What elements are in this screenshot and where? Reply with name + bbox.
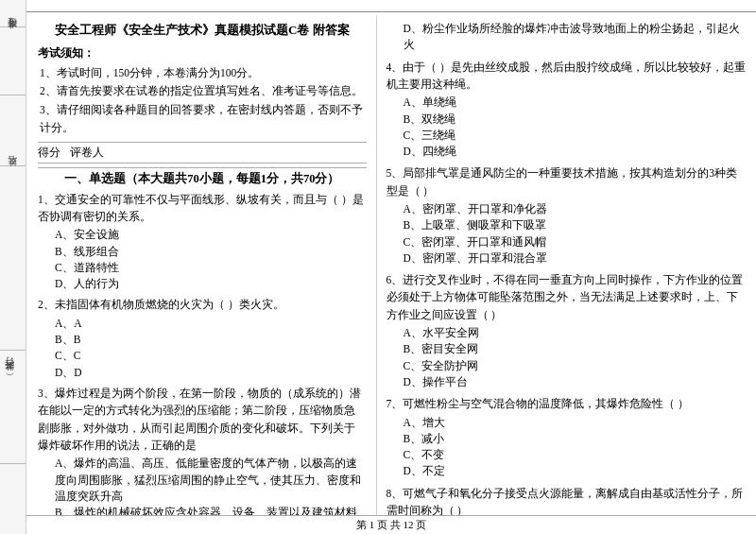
q6-opt-d: D、操作平台 (387, 374, 747, 390)
q2-opt-b: B、B (38, 332, 367, 348)
q4-opt-b: B、双绕绳 (387, 112, 747, 128)
right-column: D、粉尘作业场所经脸的爆炸冲击波导致地面上的粉尘扬起，引起火火 4、由于（ ）是… (377, 16, 756, 515)
margin-line-2 (0, 95, 26, 95)
q3-opt-d: D、粉尘作业场所经脸的爆炸冲击波导致地面上的粉尘扬起，引起火火 (387, 21, 747, 54)
question-4: 4、由于（ ）是先由丝绞成股，然后由股拧绞成绳，所以比较较好，起重机主要用这种绳… (387, 59, 747, 161)
question-2: 2、未指固体有机物质燃烧的火灾为（ ）类火灾。 A、A B、B C、C D、D (38, 296, 367, 380)
q1-opt-d: D、人的行为 (38, 276, 367, 292)
q2-opt-c: C、C (38, 348, 367, 364)
exam-page: 准考证号 姓名 装（考区）订 安全工程师《安全生产技术》真题模拟试题C卷 附答案… (0, 0, 756, 534)
q3-text: 3、爆炸过程是为两个阶段，在第一阶段，物质的（成系统的）潜在能以一定的方式转化为… (38, 385, 367, 455)
q5-opt-c: C、密闭罩、开口罩和通风帽 (387, 234, 747, 250)
question-3: 3、爆炸过程是为两个阶段，在第一阶段，物质的（成系统的）潜在能以一定的方式转化为… (38, 385, 367, 515)
q1-text: 1、交通安全的可靠性不仅与平面线形、纵坡有关，而且与（ ）是否协调有密切的关系。 (38, 191, 367, 226)
q7-opt-b: B、减小 (387, 431, 747, 447)
question-6: 6、进行交叉作业时，不得在同一垂直方向上同时操作，下方作业的位置必须处于上方物体… (387, 271, 747, 390)
q8-text: 8、可燃气子和氧化分子接受点火源能量，离解成自由基或活性分子，所需时间称为（ ） (387, 485, 747, 515)
q5-opt-b: B、上吸罩、侧吸罩和下吸罩 (387, 217, 747, 233)
left-margin-strip: 准考证号 姓名 装（考区）订 (0, 0, 26, 534)
q2-opt-d: D、D (38, 365, 367, 381)
scoring-reviewer: 评卷人 (70, 145, 104, 161)
q1-opt-b: B、线形组合 (38, 244, 367, 260)
q2-opt-a: A、A (38, 316, 367, 332)
q3-opt-a: A、爆炸的高温、高压、低能量密度的气体产物，以极高的速度向周围膨胀，猛烈压缩周围… (38, 456, 367, 505)
q4-opt-c: C、三绕绳 (387, 128, 747, 144)
page-number: 第 1 页 共 12 页 (26, 515, 756, 534)
margin-label-zkzh: 准考证号 (6, 33, 19, 37)
margin-line-1 (0, 26, 26, 27)
q6-opt-a: A、水平安全网 (387, 325, 747, 341)
question-8: 8、可燃气子和氧化分子接受点火源能量，离解成自由基或活性分子，所需时间称为（ ）… (387, 485, 747, 515)
margin-line-3 (0, 165, 26, 166)
q5-text: 5、局部排气罩是通风防尘的一种重要技术措施，按其构造划分的3种类型是（ ） (387, 164, 747, 199)
notice-header: 考试须知： (38, 45, 367, 61)
q3-option-d-continuation: D、粉尘作业场所经脸的爆炸冲击波导致地面上的粉尘扬起，引起火火 (387, 21, 747, 54)
main-content-area: 安全工程师《安全生产技术》真题模拟试题C卷 附答案 考试须知： 1、考试时间，1… (26, 0, 756, 534)
notice-item-1: 1、考试时间，150分钟，本卷满分为100分。 (38, 64, 367, 83)
q2-text: 2、未指固体有机物质燃烧的火灾为（ ）类火灾。 (38, 296, 367, 313)
q7-opt-a: A、增大 (387, 415, 747, 431)
document-title: 安全工程师《安全生产技术》真题模拟试题C卷 附答案 (38, 21, 367, 40)
question-7: 7、可燃性粉尘与空气混合物的温度降低，其爆炸危险性（ ） A、增大 B、减小 C… (387, 395, 747, 479)
margin-label-district: 装（考区）订 (3, 373, 16, 379)
section1-title: 一、单选题（本大题共70小题，每题1分，共70分） (38, 167, 367, 187)
q6-text: 6、进行交叉作业时，不得在同一垂直方向上同时操作，下方作业的位置必须处于上方物体… (387, 271, 747, 323)
scoring-label: 得分 (38, 145, 60, 161)
scoring-row: 得分 评卷人 (38, 142, 367, 164)
question-5: 5、局部排气罩是通风防尘的一种重要技术措施，按其构造划分的3种类型是（ ） A、… (387, 164, 747, 267)
notice-block: 1、考试时间，150分钟，本卷满分为100分。 2、请首先按要求在试卷的指定位置… (38, 64, 367, 138)
q1-opt-a: A、安全设施 (38, 227, 367, 243)
left-column: 安全工程师《安全生产技术》真题模拟试题C卷 附答案 考试须知： 1、考试时间，1… (26, 16, 377, 515)
q7-opt-d: D、不定 (387, 463, 747, 479)
q5-opt-d: D、密闭罩、开口罩和混合罩 (387, 250, 747, 267)
q4-text: 4、由于（ ）是先由丝绞成股，然后由股拧绞成绳，所以比较较好，起重机主要用这种绳… (387, 59, 747, 94)
margin-label-name: 姓名 (6, 172, 19, 174)
q6-opt-b: B、密目安全网 (387, 341, 747, 357)
q7-text: 7、可燃性粉尘与空气混合物的温度降低，其爆炸危险性（ ） (387, 395, 747, 412)
q1-opt-c: C、道路特性 (38, 260, 367, 276)
notice-item-3: 3、请仔细阅读各种题目的回答要求，在密封线内答题，否则不予计分。 (38, 101, 367, 138)
margin-line-5 (0, 463, 26, 464)
question-1: 1、交通安全的可靠性不仅与平面线形、纵坡有关，而且与（ ）是否协调有密切的关系。… (38, 191, 367, 293)
q3-opt-b: B、爆炸的机械破坏效应含处容器、设备、装置以及建筑材料等的碎片，在相当大的范围内… (38, 505, 367, 515)
q6-opt-c: C、安全防护网 (387, 358, 747, 374)
q5-opt-a: A、密闭罩、开口罩和净化器 (387, 201, 747, 217)
q4-opt-a: A、单绕绳 (387, 95, 747, 111)
q7-opt-c: C、不变 (387, 447, 747, 463)
two-column-layout: 安全工程师《安全生产技术》真题模拟试题C卷 附答案 考试须知： 1、考试时间，1… (26, 16, 756, 515)
notice-item-2: 2、请首先按要求在试卷的指定位置填写姓名、准考证号等信息。 (38, 82, 367, 101)
margin-line-4 (0, 350, 26, 351)
q4-opt-d: D、四绕绳 (387, 144, 747, 160)
top-rule (26, 11, 756, 12)
